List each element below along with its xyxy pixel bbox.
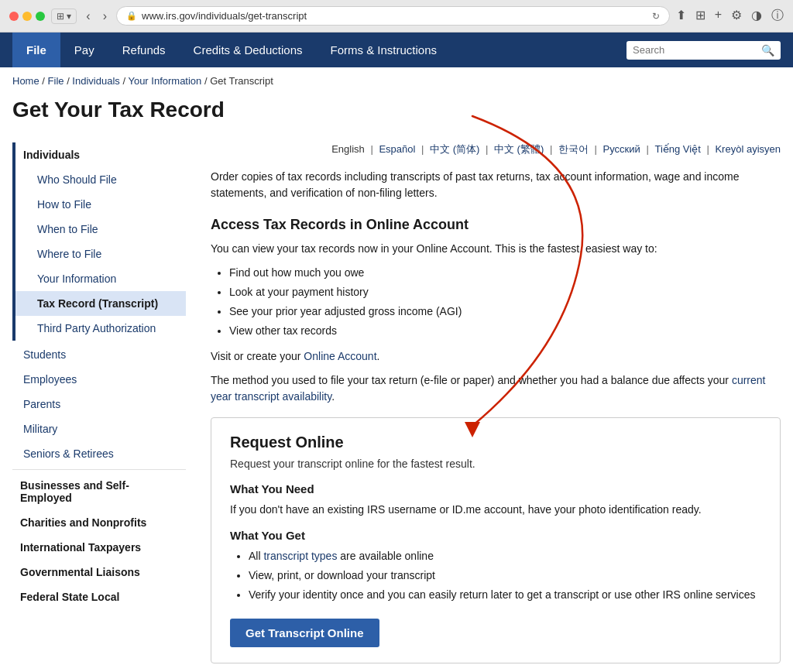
nav-file[interactable]: File (12, 33, 60, 67)
section1-bullets: Find out how much you owe Look at your p… (229, 265, 781, 339)
nav-credits[interactable]: Credits & Deductions (180, 33, 317, 67)
lang-spanish[interactable]: Español (379, 143, 415, 155)
search-icon[interactable]: 🔍 (761, 44, 774, 57)
breadcrumb-current: Get Transcript (210, 75, 273, 87)
language-bar: English | Español | 中文 (简体) | 中文 (繁體) | … (211, 142, 781, 156)
sidebar-item-military[interactable]: Military (12, 417, 186, 441)
bullet-2: Look at your payment history (229, 284, 781, 300)
traffic-lights (9, 12, 45, 21)
sidebar-toggle-button[interactable]: ⊞ ▾ (51, 9, 77, 24)
bullet-1: Find out how much you owe (229, 265, 781, 281)
lang-chinese-traditional[interactable]: 中文 (繁體) (494, 143, 544, 155)
what-you-get-heading: What You Get (230, 529, 761, 542)
intro-text: Order copies of tax records including tr… (211, 169, 781, 201)
address-bar[interactable]: 🔒 www.irs.gov/individuals/get-transcript… (116, 6, 670, 26)
settings-icon[interactable]: ⚙ (731, 8, 742, 24)
nav-forms[interactable]: Forms & Instructions (316, 33, 451, 67)
sidebar-section-individuals: Individuals Who Should File How to File … (12, 142, 186, 341)
bullet-3: See your prior year adjusted gross incom… (229, 303, 781, 320)
sidebar-item-seniors[interactable]: Seniors & Retirees (12, 441, 186, 466)
browser-chrome: ⊞ ▾ ‹ › 🔒 www.irs.gov/individuals/get-tr… (0, 0, 793, 33)
reload-icon[interactable]: ↻ (652, 11, 660, 22)
sidebar-item-governmental[interactable]: Governmental Liaisons (12, 560, 186, 585)
page-title: Get Your Tax Record (12, 98, 781, 122)
nav-refunds[interactable]: Refunds (108, 33, 180, 67)
breadcrumb-individuals[interactable]: Individuals (72, 75, 119, 87)
breadcrumb: Home / File / Individuals / Your Informa… (0, 67, 793, 94)
sidebar-item-individuals[interactable]: Individuals (15, 142, 186, 167)
breadcrumb-your-information[interactable]: Your Information (128, 75, 201, 87)
breadcrumb-file[interactable]: File (48, 75, 64, 87)
sidebar-item-parents[interactable]: Parents (12, 392, 186, 417)
lang-english: English (331, 143, 365, 155)
visit-text: Visit or create your Online Account. (211, 348, 781, 365)
url-text: www.irs.gov/individuals/get-transcript (142, 10, 307, 22)
note-text: The method you used to file your tax ret… (211, 372, 781, 405)
sidebar-item-employees[interactable]: Employees (12, 367, 186, 392)
sidebar-item-who-should-file[interactable]: Who Should File (15, 167, 186, 192)
main-nav: File Pay Refunds Credits & Deductions Fo… (0, 33, 793, 67)
search-input[interactable] (633, 44, 757, 56)
sidebar-item-how-to-file[interactable]: How to File (15, 192, 186, 217)
get-bullet-2: View, print, or download your transcript (249, 567, 761, 584)
close-button[interactable] (9, 12, 19, 21)
bullet-4: View other tax records (229, 323, 781, 339)
sidebar-item-charities[interactable]: Charities and Nonprofits (12, 510, 186, 535)
request-box: Request Online Request your transcript o… (211, 417, 781, 663)
lang-korean[interactable]: 한국어 (558, 143, 589, 155)
lang-vietnamese[interactable]: Tiếng Việt (654, 143, 700, 155)
lang-creole[interactable]: Kreyòl ayisyen (715, 143, 781, 155)
section1-text: You can view your tax records now in you… (211, 241, 781, 257)
transcript-types-link[interactable]: transcript types (263, 550, 337, 562)
lang-russian[interactable]: Русский (603, 143, 640, 155)
maximize-button[interactable] (36, 12, 45, 21)
back-button[interactable]: ‹ (83, 8, 93, 25)
theme-icon[interactable]: ◑ (751, 8, 762, 24)
request-box-heading: Request Online (230, 434, 761, 451)
sidebar-item-international[interactable]: International Taxpayers (12, 535, 186, 560)
toolbar-icons: ⬆ ⊞ + ⚙ ◑ ⓘ (676, 8, 784, 24)
share-icon[interactable]: ⬆ (676, 8, 686, 24)
what-you-need-text: If you don't have an existing IRS userna… (230, 502, 761, 518)
forward-button[interactable]: › (100, 8, 110, 25)
minimize-button[interactable] (22, 12, 32, 21)
sidebar: Individuals Who Should File How to File … (12, 142, 198, 672)
request-box-subtext: Request your transcript online for the f… (230, 458, 761, 470)
lang-chinese-simplified[interactable]: 中文 (简体) (430, 143, 479, 155)
what-you-need-heading: What You Need (230, 482, 761, 495)
get-transcript-online-button[interactable]: Get Transcript Online (230, 619, 379, 647)
sidebar-divider-1 (12, 469, 186, 470)
sidebar-item-when-to-file[interactable]: When to File (15, 217, 186, 242)
page-content: English | Español | 中文 (简体) | 中文 (繁體) | … (198, 142, 781, 672)
nav-pay[interactable]: Pay (60, 33, 108, 67)
breadcrumb-home[interactable]: Home (12, 75, 39, 87)
info-icon[interactable]: ⓘ (771, 8, 784, 24)
grid-icon[interactable]: ⊞ (695, 8, 705, 24)
what-you-get-bullets: All transcript types are available onlin… (249, 548, 761, 603)
sidebar-item-your-information[interactable]: Your Information (15, 266, 186, 291)
nav-search-box[interactable]: 🔍 (627, 41, 781, 60)
sidebar-item-where-to-file[interactable]: Where to File (15, 242, 186, 266)
sidebar-item-businesses[interactable]: Businesses and Self-Employed (12, 473, 186, 510)
get-bullet-1: All transcript types are available onlin… (249, 548, 761, 564)
section1-heading: Access Tax Records in Online Account (211, 217, 781, 233)
sidebar-item-students[interactable]: Students (12, 342, 186, 367)
transcript-availability-link[interactable]: current year transcript availability (211, 374, 766, 403)
sidebar-item-federal-state[interactable]: Federal State Local (12, 585, 186, 609)
get-bullet-3: Verify your identity once and you can ea… (249, 587, 761, 603)
online-account-link[interactable]: Online Account (304, 350, 376, 362)
sidebar-item-third-party[interactable]: Third Party Authorization (15, 316, 186, 341)
add-tab-icon[interactable]: + (715, 8, 722, 24)
lock-icon: 🔒 (126, 11, 137, 21)
sidebar-item-tax-record[interactable]: Tax Record (Transcript) (15, 291, 186, 316)
